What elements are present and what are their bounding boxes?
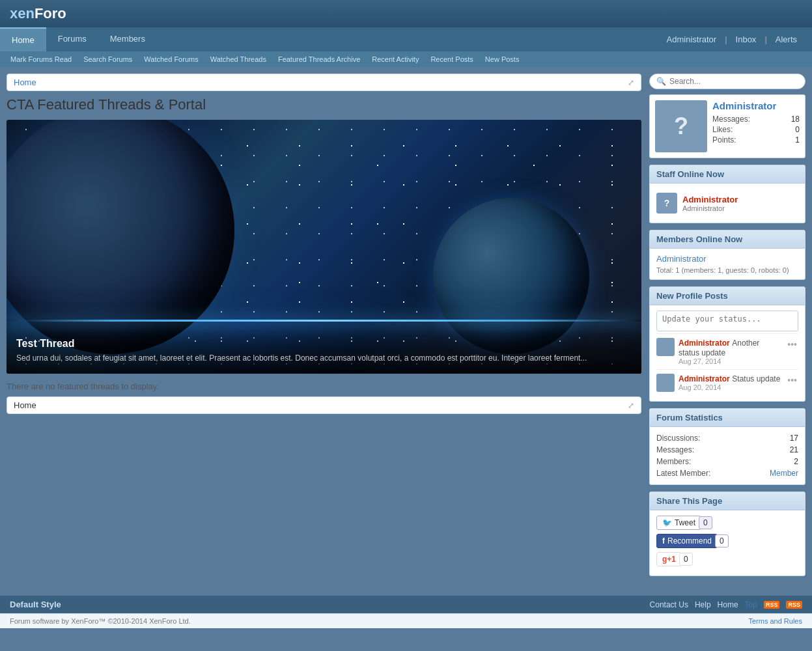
profile-post-avatar-1[interactable]: [656, 338, 675, 356]
featured-thread-title[interactable]: Test Thread: [16, 338, 632, 350]
profile-post-content-2: Administrator Status update Aug 20, 2014: [679, 374, 782, 391]
user-name[interactable]: Administrator: [712, 100, 800, 111]
nav-alerts[interactable]: Alerts: [770, 28, 802, 51]
share-header: Share This Page: [650, 492, 805, 510]
gplus-button[interactable]: g+1: [656, 552, 682, 566]
recommend-button[interactable]: f Recommend: [656, 534, 718, 548]
secondary-nav: Mark Forums Read Search Forums Watched F…: [0, 51, 812, 67]
user-profile-block: ? Administrator Messages: 18 Likes: 0 Po…: [649, 94, 805, 158]
gplus-row: g+1 0: [656, 552, 798, 566]
messages-stat: Messages: 18: [712, 115, 800, 124]
featured-image-container: Test Thread Sed urna dui, sodales at feu…: [7, 120, 641, 374]
nav-tab-home[interactable]: Home: [0, 27, 46, 51]
featured-overlay: Test Thread Sed urna dui, sodales at feu…: [7, 328, 641, 374]
gplus-count: 0: [679, 553, 693, 566]
search-input[interactable]: [669, 77, 787, 86]
profile-post-menu-2[interactable]: •••: [786, 374, 798, 387]
footer-top[interactable]: Top: [745, 600, 757, 609]
footer-breadcrumb-expand-icon[interactable]: ⤢: [628, 401, 634, 410]
members-stat: Members: 2: [656, 456, 798, 467]
profile-post-avatar-2[interactable]: [656, 374, 675, 392]
members-online-total: Total: 1 (members: 1, guests: 0, robots:…: [656, 266, 798, 274]
sec-nav-watched-forums[interactable]: Watched Forums: [139, 54, 203, 64]
glow-line: [7, 320, 641, 322]
messages-stat-forum: Messages: 21: [656, 444, 798, 456]
profile-post-author-2[interactable]: Administrator: [679, 374, 730, 383]
sec-nav-mark-forums-read[interactable]: Mark Forums Read: [5, 54, 77, 64]
profile-post-content-1: Administrator Another status update Aug …: [679, 338, 782, 365]
profile-post-text-2: Status update: [732, 374, 780, 383]
search-icon: 🔍: [656, 77, 666, 86]
nav-inbox[interactable]: Inbox: [731, 28, 762, 51]
sidebar: 🔍 ? Administrator Messages: 18 Likes: 0: [649, 74, 805, 583]
no-featured-text: There are no featured threads to display…: [7, 381, 641, 391]
staff-item: ? Administrator Administrator: [656, 189, 798, 217]
staff-name[interactable]: Administrator: [682, 195, 738, 204]
profile-post-item-2: Administrator Status update Aug 20, 2014…: [656, 369, 798, 396]
rss-icon-1[interactable]: RSS: [764, 601, 780, 609]
sec-nav-new-posts[interactable]: New Posts: [480, 54, 525, 64]
new-profile-posts-block: New Profile Posts Administrator Another …: [649, 286, 805, 402]
footer-right: Contact Us Help Home Top RSS RSS: [650, 600, 802, 609]
rss-icon-2[interactable]: RSS: [786, 601, 802, 609]
footer-help[interactable]: Help: [695, 600, 711, 609]
nav-tab-forums[interactable]: Forums: [46, 27, 98, 51]
discussions-stat: Discussions: 17: [656, 432, 798, 444]
footer-contact-us[interactable]: Contact Us: [650, 600, 688, 609]
staff-online-content: ? Administrator Administrator: [650, 184, 805, 223]
tweet-button[interactable]: 🐦 Tweet: [656, 516, 701, 530]
profile-post-date-1: Aug 27, 2014: [679, 357, 782, 365]
forum-statistics-content: Discussions: 17 Messages: 21 Members: 2 …: [650, 427, 805, 484]
profile-post-item-1: Administrator Another status update Aug …: [656, 333, 798, 369]
profile-post-author-1[interactable]: Administrator: [679, 339, 730, 348]
nav-user-area: Administrator | Inbox | Alerts: [662, 28, 812, 51]
nav-tab-members[interactable]: Members: [98, 27, 157, 51]
breadcrumb-expand-icon[interactable]: ⤢: [628, 78, 634, 87]
share-content: 🐦 Tweet 0 f Recommend 0 g+1 0: [650, 510, 805, 575]
staff-avatar[interactable]: ?: [656, 193, 677, 214]
avatar-placeholder-icon: ?: [674, 113, 688, 140]
profile-post-menu-1[interactable]: •••: [786, 338, 798, 351]
sec-nav-watched-threads[interactable]: Watched Threads: [205, 54, 272, 64]
footer-breadcrumb-home-link[interactable]: Home: [14, 400, 36, 410]
status-input[interactable]: [656, 311, 798, 331]
recommend-row: f Recommend 0: [656, 534, 798, 548]
footer-home[interactable]: Home: [718, 600, 738, 609]
recommend-count: 0: [715, 534, 729, 547]
copyright-bar: Forum software by XenForo™ ©2010-2014 Xe…: [0, 613, 812, 628]
user-avatar[interactable]: ?: [655, 100, 707, 152]
logo-xen: xen: [10, 5, 35, 21]
site-logo[interactable]: xenForo: [10, 5, 66, 22]
featured-thread-description: Sed urna dui, sodales at feugiat sit ame…: [16, 353, 632, 364]
members-online-block: Members Online Now Administrator Total: …: [649, 230, 805, 280]
tweet-count: 0: [699, 516, 712, 529]
sec-nav-search-forums[interactable]: Search Forums: [78, 54, 137, 64]
latest-member-stat: Latest Member: Member: [656, 467, 798, 479]
staff-avatar-icon: ?: [664, 198, 670, 208]
staff-online-header: Staff Online Now: [650, 165, 805, 184]
nav-bar: Home Forums Members Administrator | Inbo…: [0, 27, 812, 51]
facebook-icon: f: [662, 536, 665, 546]
profile-post-date-2: Aug 20, 2014: [679, 383, 782, 391]
online-member-name[interactable]: Administrator: [656, 254, 798, 264]
share-block: Share This Page 🐦 Tweet 0 f Recommend 0: [649, 492, 805, 576]
featured-image[interactable]: Test Thread Sed urna dui, sodales at feu…: [7, 120, 641, 374]
footer-style[interactable]: Default Style: [10, 600, 61, 609]
breadcrumb-home-link[interactable]: Home: [14, 77, 36, 87]
sec-nav-featured-threads-archive[interactable]: Featured Threads Archive: [273, 54, 365, 64]
sec-nav-recent-posts[interactable]: Recent Posts: [425, 54, 478, 64]
sec-nav-recent-activity[interactable]: Recent Activity: [367, 54, 424, 64]
user-profile-content: ? Administrator Messages: 18 Likes: 0 Po…: [650, 95, 805, 158]
latest-member-link[interactable]: Member: [770, 469, 798, 478]
search-bar: 🔍: [649, 74, 805, 89]
footer-breadcrumb: Home ⤢: [7, 396, 641, 414]
twitter-icon: 🐦: [662, 518, 672, 527]
user-info: Administrator Messages: 18 Likes: 0 Poin…: [712, 100, 800, 146]
staff-role: Administrator: [682, 204, 738, 212]
breadcrumb: Home ⤢: [7, 74, 641, 91]
nav-user-name[interactable]: Administrator: [662, 28, 722, 51]
new-profile-posts-header: New Profile Posts: [650, 287, 805, 305]
members-online-content: Administrator Total: 1 (members: 1, gues…: [650, 249, 805, 279]
terms-and-rules-link[interactable]: Terms and Rules: [748, 617, 802, 625]
forum-statistics-header: Forum Statistics: [650, 409, 805, 427]
